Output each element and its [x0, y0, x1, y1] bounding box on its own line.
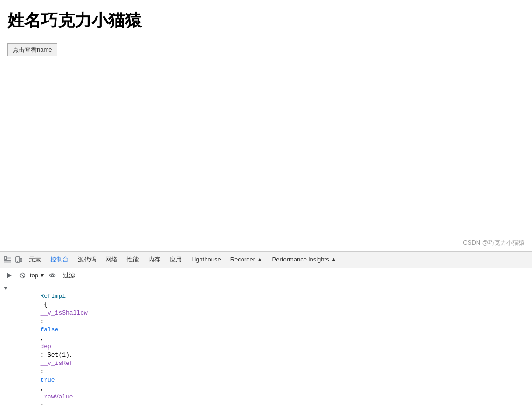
expand-arrow-1[interactable]: ▼: [0, 284, 11, 293]
dropdown-arrow: ▼: [39, 272, 45, 279]
device-icon[interactable]: [13, 252, 24, 268]
tab-application[interactable]: 应用: [165, 252, 187, 268]
devtools-toolbar: top ▼ 过滤: [0, 268, 532, 282]
tab-recorder[interactable]: Recorder ▲: [226, 252, 268, 268]
watermark: CSDN @巧克力小猫猿: [463, 239, 525, 247]
inspect-icon[interactable]: [2, 252, 13, 268]
clear-icon[interactable]: [17, 270, 28, 281]
line-1-content: RefImpl { __v_isShallow : false , dep : …: [11, 284, 528, 405]
context-selector[interactable]: top ▼: [30, 270, 45, 281]
tab-elements[interactable]: 元素: [24, 252, 46, 268]
tab-performance-insights[interactable]: Performance insights ▲: [268, 252, 342, 268]
svg-rect-5: [20, 258, 22, 262]
tab-console[interactable]: 控制台: [46, 252, 73, 268]
page-title: 姓名巧克力小猫猿: [7, 9, 525, 32]
svg-point-10: [52, 274, 54, 276]
devtools-panel: 元素 控制台 源代码 网络 性能 内存 应用 Lighthouse Record…: [0, 251, 532, 405]
tab-memory[interactable]: 内存: [144, 252, 165, 268]
console-output: ▼ RefImpl { __v_isShallow : false , dep …: [0, 282, 532, 405]
tab-lighthouse[interactable]: Lighthouse: [187, 252, 226, 268]
filter-label: 过滤: [60, 270, 78, 281]
execute-icon[interactable]: [4, 270, 15, 281]
svg-marker-7: [7, 273, 12, 278]
tab-performance[interactable]: 性能: [122, 252, 144, 268]
tab-network[interactable]: 网络: [101, 252, 122, 268]
svg-point-6: [17, 261, 18, 262]
devtools-tabs-bar: 元素 控制台 源代码 网络 性能 内存 应用 Lighthouse Record…: [0, 252, 532, 268]
console-line-1[interactable]: ▼ RefImpl { __v_isShallow : false , dep …: [0, 283, 532, 405]
show-live-expression-icon[interactable]: [47, 270, 58, 281]
page-content: 姓名巧克力小猫猿 点击查看name CSDN @巧克力小猫猿: [0, 0, 532, 252]
view-name-button[interactable]: 点击查看name: [7, 43, 57, 56]
tab-sources[interactable]: 源代码: [73, 252, 101, 268]
svg-line-9: [21, 274, 24, 277]
svg-rect-0: [4, 257, 7, 259]
